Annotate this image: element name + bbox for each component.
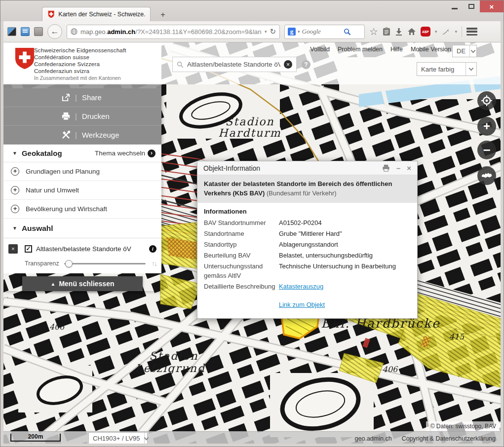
link-vollbild[interactable]: Vollbild — [310, 46, 330, 53]
brand-tagline: In Zusammenarbeit mit den Kantonen — [34, 75, 121, 81]
info-label: Standorttyp — [204, 240, 279, 249]
search-help-button[interactable]: ? — [302, 60, 310, 69]
org-line-4: Confederaziun svizra — [34, 68, 89, 74]
katasterauszug-link[interactable]: Katasterauszug — [279, 282, 323, 291]
chevron-down-icon — [465, 63, 476, 75]
adblock-dropdown-icon[interactable]: ▾ — [435, 29, 437, 34]
archive-addon-icon[interactable] — [34, 27, 43, 36]
sidebar-addon-icon[interactable] — [21, 27, 30, 36]
sidebar-item-label: Drucken — [82, 112, 110, 120]
link-hilfe[interactable]: Hilfe — [390, 46, 403, 53]
popup-title: Objekt-Information — [203, 164, 376, 172]
layer-reorder-arrows[interactable]: ↑↓ — [152, 260, 156, 267]
language-select[interactable]: DE — [452, 45, 477, 57]
search-go-icon[interactable] — [344, 28, 351, 36]
catalog-item-bevoelkerung[interactable]: + Bevölkerung und Wirtschaft — [3, 200, 161, 219]
bookmarks-menu-icon[interactable] — [383, 27, 390, 36]
sidebar-item-label: Share — [82, 93, 102, 102]
info-value: Technische Untersuchung in Bearbeitung — [279, 262, 396, 280]
map-label-stadion-hardturm-1: Stadion — [225, 115, 274, 128]
overflow-dropdown-icon[interactable]: ▾ — [455, 29, 457, 34]
printer-icon — [62, 112, 70, 120]
plus-circle-icon: + — [11, 167, 19, 176]
layer-checkbox[interactable]: ✓ — [25, 245, 32, 253]
zoom-out-button[interactable]: − — [477, 141, 496, 159]
footer-bar: 200m CH1903+ / LV95 geo.admin.ch Copyrig… — [3, 431, 501, 444]
map-label-406a: 406 — [49, 322, 65, 332]
chevron-down-icon — [144, 433, 148, 444]
catalog-item-grundlagen[interactable]: + Grundlagen und Planung — [3, 162, 161, 181]
layer-heading-source: (Bundesamt für Verkehr) — [267, 189, 337, 197]
plugin-addon-icon[interactable] — [441, 28, 450, 36]
thema-wechseln-link[interactable]: Thema wechseln › — [95, 149, 155, 157]
browser-tab[interactable]: Karten der Schweiz - Schweize... — [42, 7, 151, 21]
bookmark-star-icon[interactable]: ☆ — [369, 26, 378, 37]
default-extent-button[interactable] — [477, 166, 496, 185]
map-style-select[interactable]: Karte farbig — [417, 62, 477, 76]
sidebar-spacer — [3, 84, 161, 88]
popup-header[interactable]: Objekt-Information – × — [197, 161, 417, 175]
language-value: DE — [453, 47, 469, 55]
popup-close-button[interactable]: × — [407, 164, 411, 172]
org-line-3: Confederazione Svizzera — [34, 61, 100, 67]
map-search-input[interactable] — [187, 61, 280, 68]
sidebar-item-label: Werkzeuge — [82, 131, 119, 139]
chevron-down-icon — [469, 45, 476, 57]
url-dropdown-icon[interactable]: ▾ — [265, 29, 267, 34]
window-maximize-button[interactable] — [463, 0, 480, 12]
catalog-item-label: Natur und Umwelt — [26, 186, 79, 194]
map-label-415: 415 — [449, 332, 465, 341]
thema-wechseln-label: Thema wechseln — [95, 149, 145, 157]
close-menu-label: Menü schliessen — [59, 280, 114, 288]
geolocation-button[interactable] — [477, 91, 496, 110]
map-style-value: Karte farbig — [417, 66, 465, 73]
map-search-field[interactable]: × — [172, 57, 297, 72]
browser-window: Karten der Schweiz - Schweize... + × ← m… — [0, 0, 504, 447]
zoom-in-button[interactable]: + — [477, 117, 496, 136]
link-problem-melden[interactable]: Problem melden — [338, 46, 383, 53]
popup-print-button[interactable] — [382, 164, 390, 172]
geokatalog-section[interactable]: ▼ Geokatalog Thema wechseln › — [3, 145, 161, 162]
web-search-box[interactable]: g ▾ — [284, 25, 365, 39]
window-minimize-button[interactable] — [446, 0, 463, 12]
info-value: Belastet, untersuchungsbedürftig — [279, 251, 373, 260]
url-bar[interactable]: map.geo.admin.ch/?X=249138.11&Y=680698.2… — [67, 25, 280, 39]
downloads-icon[interactable] — [395, 28, 403, 36]
swiss-coat-of-arms — [14, 47, 35, 70]
auswahl-section[interactable]: ▼ Auswahl — [3, 219, 161, 238]
catalog-item-label: Grundlagen und Planung — [26, 168, 100, 175]
search-clear-button[interactable]: × — [284, 60, 292, 69]
tools-icon — [62, 131, 70, 139]
reload-button[interactable]: ↻ — [270, 27, 276, 36]
caret-down-icon: ▼ — [12, 150, 17, 156]
web-search-input[interactable] — [302, 28, 342, 36]
info-label: Detaillierte Beschreibung — [204, 282, 279, 291]
link-zum-objekt[interactable]: Link zum Objekt — [279, 301, 325, 308]
projection-select[interactable]: CH1903+ / LV95 — [88, 432, 148, 444]
catalog-item-natur[interactable]: + Natur und Umwelt — [3, 181, 161, 200]
back-button[interactable]: ← — [47, 24, 62, 39]
sidebar-item-share[interactable]: | Share — [3, 88, 161, 107]
close-menu-button[interactable]: ▲ Menü schliessen — [22, 276, 143, 291]
footer-copyright-link[interactable]: Copyright & Datenschutzerklärung — [402, 435, 496, 442]
sidebar-item-werkzeuge[interactable]: | Werkzeuge — [3, 126, 161, 145]
screenshot-addon-icon[interactable] — [7, 27, 16, 36]
engine-dropdown-icon[interactable]: ▾ — [298, 29, 300, 34]
new-tab-button[interactable]: + — [156, 9, 169, 20]
transparency-slider[interactable] — [64, 263, 146, 264]
layer-info-button[interactable]: i — [149, 245, 156, 253]
google-engine-icon[interactable]: g — [288, 28, 296, 36]
menu-hamburger-icon[interactable] — [466, 28, 477, 36]
footer-site-link[interactable]: geo.admin.ch — [355, 435, 392, 442]
window-close-button[interactable]: × — [480, 0, 504, 12]
home-icon[interactable] — [407, 28, 416, 36]
info-value: Ablagerungsstandort — [279, 240, 338, 249]
transparenz-label: Transparenz — [25, 260, 59, 267]
remove-layer-button[interactable]: × — [8, 244, 18, 254]
link-mobile-version[interactable]: Mobile Version — [411, 46, 451, 53]
adblock-plus-icon[interactable]: ABP — [421, 27, 430, 37]
slider-thumb[interactable] — [65, 260, 73, 267]
popup-minimize-button[interactable]: – — [396, 164, 400, 172]
sidebar-item-drucken[interactable]: | Drucken — [3, 107, 161, 126]
map-label-stadion-letzigrund-1: Stadion — [149, 350, 198, 362]
